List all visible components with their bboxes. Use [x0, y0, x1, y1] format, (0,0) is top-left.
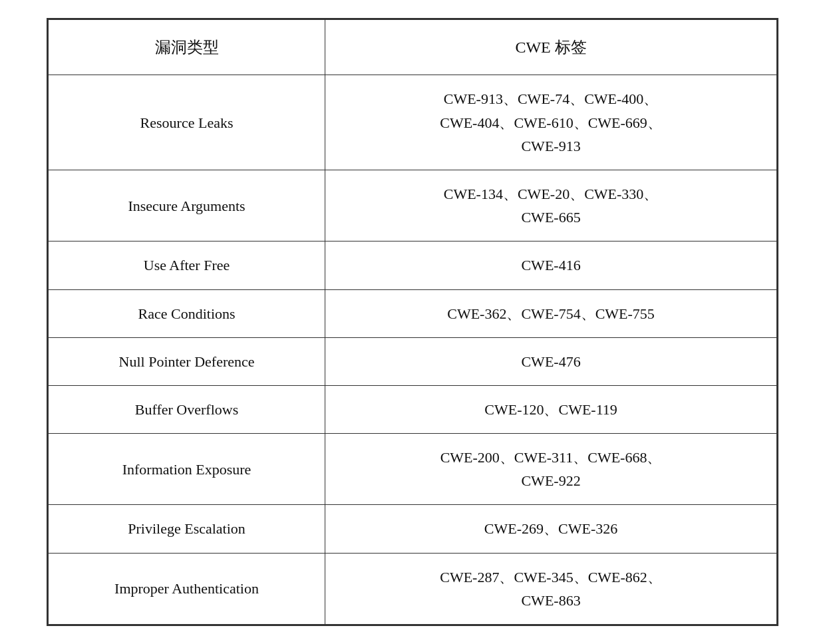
vuln-type-cell: Buffer Overflows — [49, 385, 325, 433]
main-table-container: 漏洞类型 CWE 标签 Resource LeaksCWE-913、CWE-74… — [47, 18, 778, 626]
col-header-type: 漏洞类型 — [49, 19, 325, 75]
cwe-tags-cell: CWE-200、CWE-311、CWE-668、CWE-922 — [325, 434, 777, 505]
vuln-type-cell: Improper Authentication — [49, 553, 325, 624]
cwe-tags-cell: CWE-913、CWE-74、CWE-400、CWE-404、CWE-610、C… — [325, 75, 777, 170]
cwe-tags-cell: CWE-287、CWE-345、CWE-862、CWE-863 — [325, 553, 777, 624]
table-row: Resource LeaksCWE-913、CWE-74、CWE-400、CWE… — [49, 75, 777, 170]
table-row: Insecure ArgumentsCWE-134、CWE-20、CWE-330… — [49, 170, 777, 241]
cwe-tags-cell: CWE-362、CWE-754、CWE-755 — [325, 289, 777, 337]
vuln-type-cell: Information Exposure — [49, 434, 325, 505]
cwe-tags-cell: CWE-416 — [325, 242, 777, 289]
vuln-type-cell: Use After Free — [49, 242, 325, 289]
table-row: Use After FreeCWE-416 — [49, 242, 777, 289]
cwe-tags-cell: CWE-476 — [325, 337, 777, 385]
table-row: Buffer OverflowsCWE-120、CWE-119 — [49, 385, 777, 433]
vuln-type-cell: Insecure Arguments — [49, 170, 325, 241]
cwe-tags-cell: CWE-134、CWE-20、CWE-330、CWE-665 — [325, 170, 777, 241]
col-header-cwe: CWE 标签 — [325, 19, 777, 75]
cwe-tags-cell: CWE-269、CWE-326 — [325, 505, 777, 553]
cwe-tags-cell: CWE-120、CWE-119 — [325, 385, 777, 433]
table-row: Privilege EscalationCWE-269、CWE-326 — [49, 505, 777, 553]
vulnerability-table: 漏洞类型 CWE 标签 Resource LeaksCWE-913、CWE-74… — [48, 19, 777, 625]
table-row: Improper AuthenticationCWE-287、CWE-345、C… — [49, 553, 777, 624]
vuln-type-cell: Null Pointer Deference — [49, 337, 325, 385]
table-row: Null Pointer DeferenceCWE-476 — [49, 337, 777, 385]
table-row: Information ExposureCWE-200、CWE-311、CWE-… — [49, 434, 777, 505]
vuln-type-cell: Race Conditions — [49, 289, 325, 337]
table-header-row: 漏洞类型 CWE 标签 — [49, 19, 777, 75]
table-row: Race ConditionsCWE-362、CWE-754、CWE-755 — [49, 289, 777, 337]
vuln-type-cell: Resource Leaks — [49, 75, 325, 170]
vuln-type-cell: Privilege Escalation — [49, 505, 325, 553]
